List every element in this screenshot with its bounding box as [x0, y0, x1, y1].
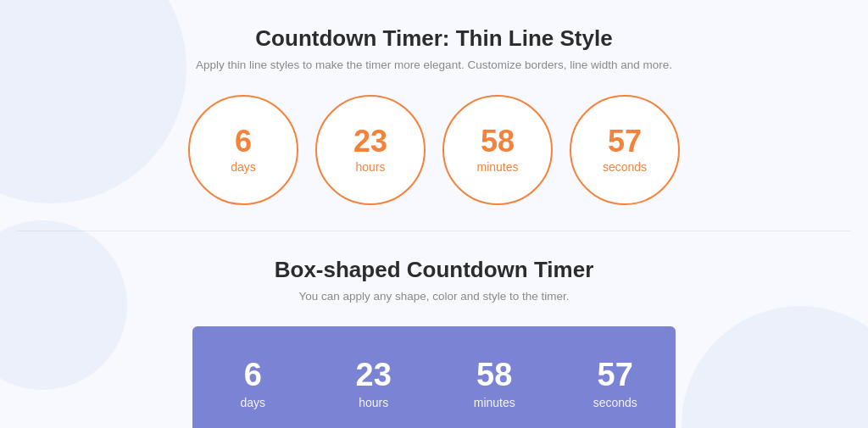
box-days-label: days	[240, 396, 265, 409]
thin-circle-days: 6 days	[188, 95, 298, 205]
thin-circle-minutes: 58 minutes	[442, 95, 553, 205]
box-hours-label: hours	[359, 396, 388, 409]
box-minutes-number: 58	[476, 359, 512, 391]
box-hours: 23 hours	[314, 350, 435, 418]
hours-number: 23	[353, 126, 387, 157]
box-seconds-label: seconds	[593, 396, 637, 409]
box-shape-section: Box-shaped Countdown Timer You can apply…	[17, 257, 851, 428]
minutes-label: minutes	[476, 160, 518, 174]
thin-circle-seconds: 57 seconds	[570, 95, 680, 205]
days-number: 6	[235, 126, 252, 157]
thin-line-section: Countdown Timer: Thin Line Style Apply t…	[17, 25, 851, 205]
box-shape-title: Box-shaped Countdown Timer	[275, 257, 594, 283]
seconds-label: seconds	[603, 160, 647, 174]
box-days: 6 days	[192, 350, 314, 418]
box-minutes: 58 minutes	[434, 350, 555, 418]
minutes-number: 58	[481, 126, 515, 157]
seconds-number: 57	[608, 126, 642, 157]
box-seconds-number: 57	[598, 359, 633, 391]
box-hours-number: 23	[356, 359, 392, 391]
box-shape-subtitle: You can apply any shape, color and style…	[298, 290, 569, 303]
box-shape-timer: 6 days 23 hours 58 minutes 57 seconds	[192, 326, 676, 428]
thin-circle-hours: 23 hours	[315, 95, 426, 205]
page-content: Countdown Timer: Thin Line Style Apply t…	[0, 0, 868, 428]
section-divider	[17, 231, 851, 231]
hours-label: hours	[355, 160, 385, 174]
box-seconds: 57 seconds	[555, 350, 676, 418]
box-days-number: 6	[244, 359, 262, 391]
days-label: days	[231, 160, 256, 174]
thin-line-subtitle: Apply thin line styles to make the timer…	[196, 58, 672, 71]
thin-line-title: Countdown Timer: Thin Line Style	[255, 25, 612, 52]
thin-line-timer: 6 days 23 hours 58 minutes 57 seconds	[188, 95, 680, 205]
box-minutes-label: minutes	[474, 396, 515, 409]
